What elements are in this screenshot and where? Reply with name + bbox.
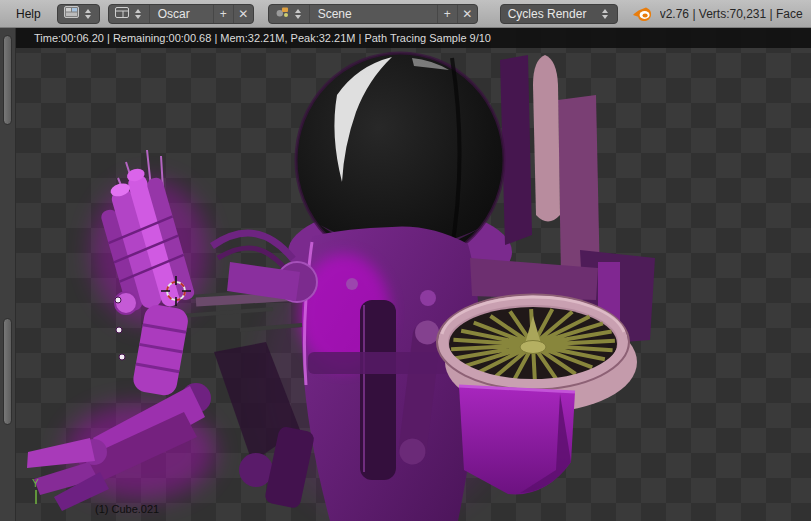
plus-icon: + — [444, 7, 451, 21]
browse-screens-button[interactable] — [109, 5, 149, 23]
chevron-updown-icon — [83, 8, 93, 20]
screen-name-field[interactable]: Oscar — [149, 5, 213, 23]
close-icon: ✕ — [238, 7, 248, 21]
blender-logo-icon — [632, 6, 652, 22]
scrollbar-thumb[interactable] — [3, 318, 12, 425]
render-status-bar: Time:00:06.20 | Remaining:00:00.68 | Mem… — [16, 28, 811, 48]
scene-name-field[interactable]: Scene — [309, 5, 437, 23]
render-engine-dropdown[interactable]: Cycles Render — [500, 4, 618, 24]
chevron-updown-icon — [133, 8, 143, 20]
editor-type-icon — [64, 6, 79, 21]
blender-window: Help — [0, 0, 811, 521]
chevron-updown-icon — [293, 8, 303, 20]
editor-type-button[interactable] — [57, 4, 100, 24]
unlink-screen-button[interactable]: ✕ — [233, 5, 253, 23]
new-screen-button[interactable]: + — [213, 5, 233, 23]
screen-datablock: Oscar + ✕ — [108, 4, 254, 24]
scene-stats: v2.76 | Verts:70,231 | Faces:69,125 | Tr — [660, 7, 803, 21]
info-header: Help — [0, 0, 811, 28]
scene-datablock: Scene + ✕ — [268, 4, 478, 24]
close-icon: ✕ — [462, 7, 472, 21]
new-scene-button[interactable]: + — [437, 5, 457, 23]
chevron-updown-icon — [600, 8, 610, 20]
plus-icon: + — [220, 7, 227, 21]
render-engine-value: Cycles Render — [508, 7, 587, 21]
screen-icon — [115, 7, 129, 21]
scene-icon — [275, 6, 289, 21]
unlink-scene-button[interactable]: ✕ — [457, 5, 477, 23]
help-menu[interactable]: Help — [8, 7, 49, 21]
browse-scenes-button[interactable] — [269, 5, 309, 23]
scrollbar-thumb[interactable] — [3, 35, 12, 125]
region-scrollbar-track[interactable] — [0, 28, 16, 521]
viewport-3d[interactable] — [16, 28, 811, 521]
